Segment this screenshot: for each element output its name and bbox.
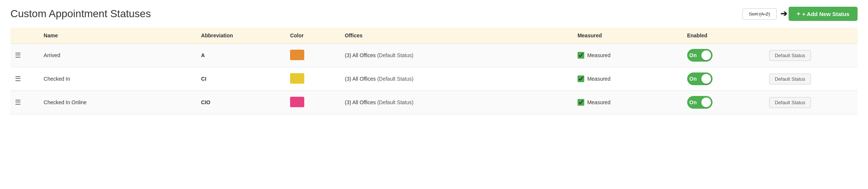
- table-row: ☰ArrivedA(3) All Offices (Default Status…: [10, 44, 858, 67]
- toggle-label: On: [689, 52, 697, 58]
- add-new-label: + Add New Status: [802, 11, 849, 17]
- row-action[interactable]: Default Status: [765, 67, 858, 91]
- offices-text: (3) All Offices (Default Status): [345, 76, 413, 82]
- toggle-wrap[interactable]: On: [687, 49, 760, 62]
- row-enabled[interactable]: On: [683, 67, 765, 91]
- row-abbreviation: A: [196, 44, 286, 67]
- drag-handle-icon[interactable]: ☰: [15, 75, 22, 83]
- row-measured: Measured: [573, 67, 683, 91]
- row-abbreviation: CIO: [196, 91, 286, 114]
- default-label: (Default Status): [377, 76, 413, 82]
- default-status-button[interactable]: Default Status: [769, 74, 811, 84]
- measured-label: Measured: [587, 99, 610, 105]
- row-color-swatch[interactable]: [286, 67, 340, 91]
- measured-cell: Measured: [578, 75, 678, 82]
- measured-label: Measured: [587, 76, 610, 82]
- color-box[interactable]: [290, 73, 304, 84]
- page-container: Custom Appointment Statuses Sort (A-Z) ➔…: [0, 0, 868, 121]
- row-name: Arrived: [39, 44, 196, 67]
- col-header-drag: [10, 28, 39, 44]
- measured-label: Measured: [587, 52, 610, 58]
- toggle-label: On: [689, 76, 697, 82]
- table-header: Name Abbreviation Color Offices Measured…: [10, 28, 858, 44]
- enabled-toggle[interactable]: On: [687, 96, 713, 109]
- row-offices: (3) All Offices (Default Status): [340, 44, 573, 67]
- col-header-enabled: Enabled: [683, 28, 765, 44]
- status-table: Name Abbreviation Color Offices Measured…: [10, 28, 858, 114]
- toggle-wrap[interactable]: On: [687, 96, 760, 109]
- measured-checkbox[interactable]: [578, 52, 584, 59]
- row-offices: (3) All Offices (Default Status): [340, 91, 573, 114]
- default-label: (Default Status): [377, 52, 413, 58]
- col-header-offices: Offices: [340, 28, 573, 44]
- default-status-button[interactable]: Default Status: [769, 97, 811, 108]
- arrow-right-icon: ➔: [780, 9, 787, 19]
- drag-handle-icon[interactable]: ☰: [15, 52, 22, 59]
- table-row: ☰Checked InCI(3) All Offices (Default St…: [10, 67, 858, 91]
- top-bar: Custom Appointment Statuses Sort (A-Z) ➔…: [10, 7, 858, 21]
- offices-text: (3) All Offices (Default Status): [345, 52, 413, 58]
- col-header-name: Name: [39, 28, 196, 44]
- offices-text: (3) All Offices (Default Status): [345, 99, 413, 105]
- row-color-swatch[interactable]: [286, 44, 340, 67]
- color-box[interactable]: [290, 97, 304, 107]
- col-header-measured: Measured: [573, 28, 683, 44]
- toggle-knob: [701, 50, 711, 60]
- measured-cell: Measured: [578, 99, 678, 106]
- row-color-swatch[interactable]: [286, 91, 340, 114]
- table-row: ☰Checked In OnlineCIO(3) All Offices (De…: [10, 91, 858, 114]
- measured-checkbox[interactable]: [578, 99, 584, 106]
- toggle-knob: [701, 74, 711, 84]
- row-measured: Measured: [573, 91, 683, 114]
- col-header-action: [765, 28, 858, 44]
- row-offices: (3) All Offices (Default Status): [340, 67, 573, 91]
- measured-checkbox[interactable]: [578, 75, 584, 82]
- enabled-toggle[interactable]: On: [687, 49, 713, 62]
- col-header-color: Color: [286, 28, 340, 44]
- add-new-status-button[interactable]: + + Add New Status: [789, 7, 858, 21]
- row-abbreviation: CI: [196, 67, 286, 91]
- default-label: (Default Status): [377, 99, 413, 105]
- row-enabled[interactable]: On: [683, 44, 765, 67]
- page-title: Custom Appointment Statuses: [10, 8, 151, 20]
- toggle-wrap[interactable]: On: [687, 72, 760, 85]
- row-measured: Measured: [573, 44, 683, 67]
- measured-cell: Measured: [578, 52, 678, 59]
- enabled-toggle[interactable]: On: [687, 72, 713, 85]
- color-box[interactable]: [290, 50, 304, 60]
- row-action[interactable]: Default Status: [765, 91, 858, 114]
- top-bar-right: Sort (A-Z) ➔ + + Add New Status: [742, 7, 858, 21]
- plus-icon: +: [797, 10, 801, 18]
- drag-handle-icon[interactable]: ☰: [15, 99, 22, 106]
- row-name: Checked In: [39, 67, 196, 91]
- row-action[interactable]: Default Status: [765, 44, 858, 67]
- toggle-label: On: [689, 99, 697, 105]
- sort-button[interactable]: Sort (A-Z): [742, 8, 776, 20]
- default-status-button[interactable]: Default Status: [769, 50, 811, 61]
- toggle-knob: [701, 97, 711, 107]
- row-name: Checked In Online: [39, 91, 196, 114]
- table-body: ☰ArrivedA(3) All Offices (Default Status…: [10, 44, 858, 114]
- col-header-abbreviation: Abbreviation: [196, 28, 286, 44]
- row-enabled[interactable]: On: [683, 91, 765, 114]
